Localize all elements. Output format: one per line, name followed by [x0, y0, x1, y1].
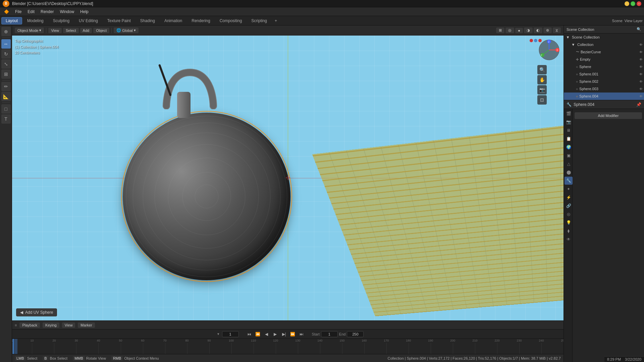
prop-tab-view-layer[interactable]: 📋 — [565, 135, 573, 143]
select-menu-button[interactable]: Select — [63, 28, 79, 33]
tab-rendering[interactable]: Rendering — [187, 17, 214, 24]
toolbar-add-text[interactable]: T — [1, 114, 11, 124]
viewport-shading-solid[interactable]: ● — [515, 28, 523, 33]
prop-tab-scene[interactable]: 🎬 — [565, 110, 573, 118]
view-menu-button[interactable]: View — [48, 28, 62, 33]
tab-uv-editing[interactable]: UV Editing — [74, 17, 102, 24]
toolbar-cursor[interactable]: ⊕ — [1, 27, 11, 36]
prop-tab-visibility[interactable]: 👁 — [565, 235, 573, 243]
tab-modeling[interactable]: Modeling — [23, 17, 48, 24]
outliner-item-sphere001[interactable]: ○ Sphere.001 👁 — [564, 70, 644, 78]
outliner-item-sphere[interactable]: ○ Sphere 👁 — [564, 63, 644, 70]
prop-tab-modifiers[interactable]: 🔧 — [565, 177, 573, 185]
outliner-item-sphere004[interactable]: ○ Sphere.004 👁 — [564, 93, 644, 100]
prop-tab-world[interactable]: 🌍 — [565, 143, 573, 151]
menu-blender[interactable]: 🔶 — [1, 9, 12, 15]
playback-menu-button[interactable]: Playback — [19, 322, 40, 328]
start-frame-input[interactable] — [321, 331, 338, 337]
tab-compositing[interactable]: Compositing — [215, 17, 247, 24]
prop-tab-output[interactable]: 🖥 — [565, 126, 573, 134]
camera-view-button[interactable]: 📷 — [537, 85, 547, 95]
toolbar-annotate[interactable]: ✏ — [1, 82, 11, 91]
add-workspace-button[interactable]: + — [272, 17, 280, 24]
step-back-button[interactable]: ◀ — [263, 330, 270, 338]
proportional-edit-button[interactable]: ◎ — [505, 27, 514, 33]
jump-start-button[interactable]: ⏮ — [246, 330, 253, 338]
toolbar-scale[interactable]: ⤡ — [1, 59, 11, 69]
prop-tab-physics[interactable]: ⚡ — [565, 193, 573, 201]
add-uv-sphere-notification[interactable]: ◀ Add UV Sphere — [16, 308, 57, 316]
close-button[interactable]: × — [637, 1, 641, 6]
object-mode-button[interactable]: Object Mode ▾ — [15, 27, 44, 33]
tab-texture-paint[interactable]: Texture Paint — [103, 17, 135, 24]
add-modifier-button[interactable]: Add Modifier — [575, 112, 642, 119]
outliner-item-empty[interactable]: ✛ Empty 👁 — [564, 56, 644, 63]
3d-viewport[interactable]: ✛ Top Orthographic (1) Collection | Sphe… — [12, 36, 564, 320]
minimize-button[interactable]: − — [625, 1, 629, 6]
outliner-item-collection[interactable]: ▼ Collection 👁 — [564, 41, 644, 48]
toolbar-transform[interactable]: ⊞ — [1, 69, 11, 79]
outliner-item-sphere002[interactable]: ○ Sphere.002 👁 — [564, 78, 644, 85]
menu-window[interactable]: Window — [57, 9, 77, 15]
jump-prev-keyframe-button[interactable]: ⏪ — [254, 330, 262, 338]
play-button[interactable]: ▶ — [272, 330, 279, 338]
marker-menu-button[interactable]: Marker — [78, 322, 95, 328]
prop-tab-render[interactable]: 📷 — [565, 118, 573, 126]
tab-sculpting[interactable]: Sculpting — [49, 17, 74, 24]
keying-menu-button[interactable]: Keying — [43, 322, 59, 328]
toolbar-measure[interactable]: 📐 — [1, 92, 11, 101]
menu-help[interactable]: Help — [77, 9, 91, 15]
zoom-in-button[interactable]: 🔍 — [537, 65, 547, 74]
viewport-overlay-button[interactable]: ⊛ — [543, 27, 552, 33]
frame-mark-180: 180 — [406, 339, 411, 342]
prop-tab-object-props[interactable]: ⧫ — [565, 227, 573, 235]
view-menu-timeline-button[interactable]: View — [62, 322, 75, 328]
outliner-item-scene-collection[interactable]: ▼ Scene Collection — [564, 34, 644, 41]
maximize-button[interactable]: □ — [631, 1, 635, 6]
global-transform-button[interactable]: 🌐 Global ▾ — [114, 27, 139, 33]
prop-tab-particles[interactable]: ✦ — [565, 185, 573, 193]
rmb-icon: RMB — [111, 356, 123, 361]
menu-file[interactable]: File — [12, 9, 24, 15]
frame-mark-130: 130 — [295, 339, 300, 342]
prop-tab-shader[interactable]: 💡 — [565, 219, 573, 227]
add-menu-button[interactable]: Add — [80, 28, 92, 33]
jump-next-keyframe-button[interactable]: ⏩ — [289, 330, 297, 338]
object-menu-button[interactable]: Object — [93, 28, 109, 33]
nav-dot-red2 — [538, 39, 542, 42]
viewport-shading-material[interactable]: ◑ — [524, 27, 533, 33]
tab-scripting[interactable]: Scripting — [247, 17, 271, 24]
timeline-header: ≡ Playback Keying View Marker — [12, 321, 564, 329]
clock-date: 3/22/2020 — [625, 357, 641, 361]
outliner-item-sphere003[interactable]: ○ Sphere.003 👁 — [564, 85, 644, 93]
tab-shading[interactable]: Shading — [136, 17, 159, 24]
prop-tab-material[interactable]: ⬤ — [565, 168, 573, 176]
end-frame-input[interactable] — [347, 331, 364, 337]
menu-render[interactable]: Render — [38, 9, 56, 15]
timeline-ruler[interactable]: 1102030405060708090100110120130140150160… — [12, 339, 564, 354]
viewport-shading-rendered[interactable]: ◐ — [534, 27, 542, 33]
toolbar-move[interactable]: ↔ — [1, 39, 11, 49]
step-forward-button[interactable]: ▶| — [280, 330, 288, 338]
tab-animation[interactable]: Animation — [160, 17, 186, 24]
xray-button[interactable]: ⧖ — [553, 27, 561, 33]
local-view-button[interactable]: ⊡ — [537, 95, 547, 105]
jump-end-button[interactable]: ⏭ — [298, 330, 305, 338]
rotate-view-status: MMB Rotate View — [73, 356, 106, 361]
toolbar-rotate[interactable]: ↻ — [1, 49, 11, 59]
prop-tab-object[interactable]: ▣ — [565, 152, 573, 160]
properties-pin-button[interactable]: 📌 — [636, 102, 641, 107]
menu-edit[interactable]: Edit — [25, 9, 37, 15]
toolbar-add-cube[interactable]: □ — [1, 104, 11, 114]
pan-button[interactable]: ✋ — [537, 75, 547, 84]
snap-button[interactable]: ⊞ — [496, 27, 504, 33]
current-frame-input[interactable] — [222, 331, 239, 337]
prop-tab-mesh[interactable]: △ — [565, 160, 573, 168]
outliner-item-beziercurve[interactable]: 〜 BezierCurve 👁 — [564, 48, 644, 56]
outliner-filter-button[interactable]: 🔍 — [637, 27, 641, 32]
frame-mark-220: 220 — [494, 339, 499, 342]
tab-layout[interactable]: Layout — [1, 17, 22, 24]
prop-tab-constraints[interactable]: 🔗 — [565, 202, 573, 210]
frame-mark-100: 100 — [229, 339, 234, 342]
prop-tab-data[interactable]: ◎ — [565, 210, 573, 218]
